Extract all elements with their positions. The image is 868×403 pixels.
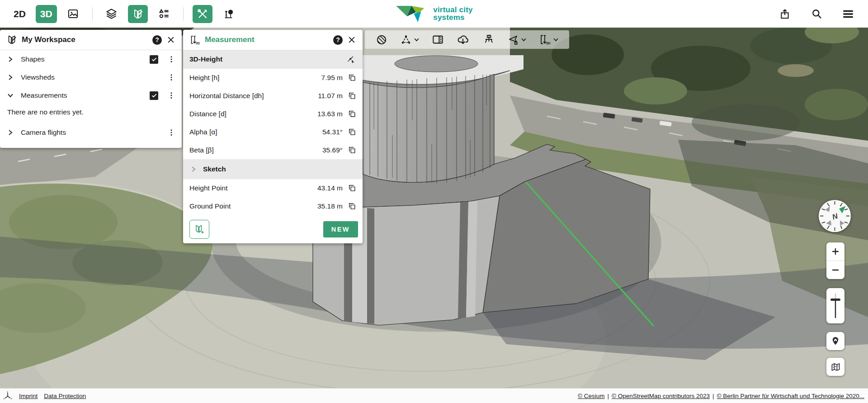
close-icon[interactable] [347, 35, 356, 44]
home-location-button[interactable] [826, 332, 844, 350]
copy-icon[interactable] [347, 91, 357, 101]
brand-logo-icon [395, 4, 428, 24]
copy-icon[interactable] [347, 201, 357, 211]
section-title: 3D-Height [189, 55, 346, 63]
sidebar-item-viewsheds[interactable]: Viewsheds [0, 68, 182, 86]
attribution-berlin-link[interactable]: © Berlin Partner für Wirtschaft und Tech… [717, 393, 864, 399]
tree-item-label: Shapes [21, 55, 150, 63]
copy-icon[interactable] [347, 183, 357, 193]
close-icon[interactable] [166, 35, 175, 44]
download-icon[interactable] [457, 33, 469, 46]
workspace-icon [6, 34, 17, 45]
copy-icon[interactable] [347, 109, 357, 119]
copy-icon[interactable] [347, 145, 357, 155]
sidebar-item-measurements[interactable]: Measurements [0, 86, 182, 104]
empty-state-text: There are no entries yet. [0, 104, 182, 117]
visibility-checkbox[interactable] [150, 91, 158, 100]
chevron-down-icon[interactable] [7, 92, 14, 99]
footer-bar: yzx Imprint Data Protection © Cesium | ©… [0, 388, 868, 403]
zoom-out-button[interactable] [826, 261, 844, 279]
tree-item-label: Camera flights [21, 128, 166, 137]
edit-measurement-icon[interactable] [346, 54, 356, 65]
new-measurement-button[interactable]: NEW [323, 221, 358, 237]
kebab-menu-icon[interactable] [166, 72, 176, 82]
measurement-panel: 3D Measurement 3D-Height Height [h] 7.95… [183, 30, 363, 243]
add-to-workspace-button[interactable] [189, 220, 209, 239]
attribution-separator: | [608, 393, 609, 399]
share-icon[interactable] [775, 5, 795, 23]
measurement-3d-icon: 3D [189, 34, 200, 45]
chevron-right-icon[interactable] [7, 74, 14, 81]
measure-value: 11.07 m [318, 92, 343, 100]
add-to-workspace-icon [194, 224, 205, 235]
measure-label: Horizontal Distance [dh] [189, 92, 318, 100]
chevron-right-icon[interactable] [7, 129, 14, 136]
my-workspace-panel: My Workspace Shapes Viewsheds Measuremen… [0, 30, 182, 148]
attribution-cesium-link[interactable]: © Cesium [578, 393, 604, 399]
sketch-section-toggle[interactable]: Sketch [183, 159, 363, 179]
measure-row-alpha: Alpha [α] 54.31° [183, 123, 363, 141]
camera-height-slider[interactable] [826, 288, 844, 323]
my-workspace-icon[interactable] [128, 5, 148, 23]
measure-label: Distance [d] [189, 110, 317, 118]
zoom-in-button[interactable] [826, 242, 844, 261]
chevron-right-icon [190, 166, 197, 172]
overview-map-button[interactable] [826, 358, 844, 376]
kebab-menu-icon[interactable] [166, 54, 176, 64]
measure-value: 35.69° [322, 146, 343, 154]
measure-row-distance: Distance [d] 13.63 m [183, 105, 363, 123]
chevron-down-icon [553, 38, 558, 42]
top-bar: 2D 3D virtual city sys [0, 0, 868, 28]
panel-title: Measurement [205, 35, 255, 44]
layers-icon[interactable] [102, 5, 122, 23]
chevron-right-icon[interactable] [7, 56, 14, 62]
slider-handle[interactable] [830, 299, 840, 301]
compass[interactable]: N [817, 199, 852, 233]
legend-icon[interactable] [154, 5, 174, 23]
measurement-3d-icon[interactable]: 3D [539, 33, 558, 46]
help-icon[interactable] [152, 35, 162, 45]
measure-row-height-point: Height Point 43.14 m [183, 179, 363, 197]
svg-text:z: z [3, 397, 5, 400]
axis-orientation-icon: yzx [3, 391, 13, 401]
draw-geometry-icon[interactable] [400, 34, 419, 46]
sidebar-item-camera-flights[interactable]: Camera flights [0, 123, 182, 142]
imprint-link[interactable]: Imprint [19, 393, 38, 399]
divider [92, 7, 93, 21]
chevron-down-icon [414, 38, 419, 42]
chevron-down-icon [521, 38, 526, 42]
imagery-icon[interactable] [63, 5, 83, 23]
measure-label: Alpha [α] [189, 128, 322, 136]
measure-row-beta: Beta [β] 35.69° [183, 141, 363, 159]
attribution-separator: | [712, 393, 714, 399]
terrain-shading-icon[interactable] [376, 34, 387, 46]
measure-label: Height [h] [189, 74, 321, 82]
mode-3d-button[interactable]: 3D [36, 5, 57, 23]
visibility-checkbox[interactable] [150, 55, 158, 64]
pedestrian-icon[interactable] [219, 5, 239, 23]
split-view-icon[interactable] [432, 33, 444, 46]
copy-icon[interactable] [347, 127, 357, 137]
attribution-osm-link[interactable]: © OpenStreetMap contributors 2023 [612, 393, 710, 399]
zoom-controls [826, 242, 844, 279]
overview-map-icon [830, 362, 841, 372]
camera-flight-icon[interactable] [507, 34, 526, 46]
data-protection-link[interactable]: Data Protection [44, 393, 86, 399]
measure-value: 35.18 m [317, 202, 343, 210]
mode-2d-button[interactable]: 2D [10, 6, 29, 22]
search-icon[interactable] [807, 5, 826, 23]
menu-icon[interactable] [838, 5, 858, 23]
measure-value: 43.14 m [317, 184, 343, 192]
svg-text:x: x [11, 397, 12, 400]
kebab-menu-icon[interactable] [166, 90, 176, 100]
sidebar-item-shapes[interactable]: Shapes [0, 50, 182, 68]
tools-icon[interactable] [193, 5, 212, 23]
viewshed-icon[interactable] [482, 33, 495, 46]
measure-row-height: Height [h] 7.95 m [183, 69, 363, 87]
measure-value: 13.63 m [317, 110, 343, 118]
home-pin-icon [830, 336, 840, 346]
help-icon[interactable] [333, 35, 343, 45]
panel-title: My Workspace [22, 35, 75, 44]
copy-icon[interactable] [347, 73, 357, 83]
kebab-menu-icon[interactable] [166, 128, 176, 137]
